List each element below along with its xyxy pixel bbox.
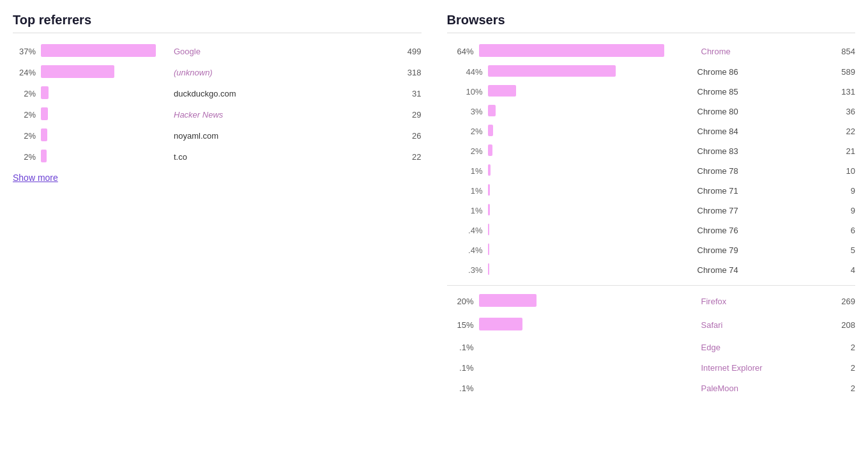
browser-row: .1%PaleMoon2 (447, 379, 856, 397)
browser-bar (479, 44, 664, 57)
browser-pct: .1% (447, 363, 474, 373)
referrer-pct: 2% (13, 131, 36, 141)
browser-sub-pct: 2% (460, 127, 483, 136)
referrer-label: duckduckgo.com (174, 89, 385, 98)
browser-sub-pct: .3% (460, 265, 483, 275)
browser-sub-pct: 1% (460, 166, 483, 176)
referrers-list: 37%Google49924%(unknown)3182%duckduckgo.… (13, 41, 422, 167)
browser-sub-label: Chrome 74 (697, 265, 812, 275)
referrer-bar (41, 128, 47, 141)
browser-bar-wrap (479, 294, 696, 309)
browser-sub-bar (488, 164, 491, 176)
browser-label: Safari (701, 320, 812, 330)
browser-sub-bar-wrap (488, 244, 692, 257)
browser-sub-pct: .4% (460, 226, 483, 235)
referrer-pct: 2% (13, 110, 36, 120)
browser-row: 15%Safari208 (447, 314, 856, 336)
referrer-pct: 2% (13, 89, 36, 98)
browser-sub-bar-wrap (488, 263, 692, 277)
browser-pct: 64% (447, 47, 474, 56)
browser-sub-count: 6 (817, 226, 855, 235)
browsers-list: 64%Chrome85444%Chrome 8658910%Chrome 851… (447, 41, 856, 397)
browser-sub-pct: 2% (460, 146, 483, 156)
browser-sub-label: Chrome 85 (697, 87, 812, 97)
browser-sub-count: 22 (817, 127, 855, 136)
browser-sub-count: 5 (817, 245, 855, 255)
browser-bar (479, 318, 522, 330)
referrer-label: Google (174, 47, 385, 56)
referrer-bar-wrap (41, 128, 169, 143)
referrer-bar-wrap (41, 44, 169, 59)
browser-sub-pct: 10% (460, 87, 483, 97)
browser-sub-count: 131 (817, 87, 855, 97)
browser-sub-bar-wrap (488, 204, 692, 217)
browser-sub-count: 4 (817, 265, 855, 275)
browser-sub-bar (488, 105, 496, 116)
browser-sub-pct: .4% (460, 245, 483, 255)
browser-sub-label: Chrome 79 (697, 245, 812, 255)
referrer-count: 31 (390, 89, 422, 98)
browsers-section: Browsers 64%Chrome85444%Chrome 8658910%C… (447, 13, 856, 400)
referrer-label: (unknown) (174, 68, 385, 77)
referrer-bar-wrap (41, 150, 169, 164)
referrer-label: Hacker News (174, 110, 385, 120)
browser-sub-row: 2%Chrome 8321 (447, 141, 856, 161)
browser-group: 64%Chrome85444%Chrome 8658910%Chrome 851… (447, 41, 856, 286)
referrer-pct: 24% (13, 68, 36, 77)
browser-sub-label: Chrome 78 (697, 166, 812, 176)
browser-sub-bar-wrap (488, 85, 692, 98)
browser-count: 854 (817, 47, 855, 56)
browser-sub-bar-wrap (488, 125, 692, 138)
referrer-row: 2%t.co22 (13, 146, 422, 167)
browser-sub-bar (488, 184, 490, 196)
browser-sub-bar (488, 244, 489, 255)
browser-sub-bar-wrap (488, 144, 692, 158)
browser-sub-row: 1%Chrome 779 (447, 201, 856, 221)
referrer-count: 22 (390, 152, 422, 162)
browser-pct: .1% (447, 343, 474, 352)
browser-sub-bar (488, 85, 516, 97)
section-divider (447, 285, 856, 286)
browser-sub-bar-wrap (488, 105, 692, 118)
browser-count: 208 (817, 320, 855, 330)
browser-sub-row: 1%Chrome 719 (447, 181, 856, 201)
referrer-row: 2%Hacker News29 (13, 104, 422, 125)
browser-sub-pct: 44% (460, 67, 483, 77)
browser-pct: 20% (447, 297, 474, 306)
browser-sub-bar-wrap (488, 224, 692, 237)
browser-row: .1%Internet Explorer2 (447, 359, 856, 376)
browser-sub-count: 589 (817, 67, 855, 77)
browser-group: .1%PaleMoon2 (447, 379, 856, 397)
referrer-bar (41, 107, 48, 120)
browser-group: 15%Safari208 (447, 314, 856, 336)
browser-sub-label: Chrome 86 (697, 67, 812, 77)
browser-count: 2 (817, 343, 855, 352)
browsers-title: Browsers (447, 13, 856, 33)
referrer-row: 37%Google499 (13, 41, 422, 62)
browser-label: Firefox (701, 297, 812, 306)
browser-group: 20%Firefox269 (447, 291, 856, 312)
browser-group: .1%Internet Explorer2 (447, 359, 856, 376)
browser-pct: 15% (447, 320, 474, 330)
browser-sub-row: 10%Chrome 85131 (447, 82, 856, 102)
browser-sub-bar (488, 204, 490, 215)
browser-sub-bar (488, 144, 492, 156)
top-referrers-section: Top referrers 37%Google49924%(unknown)31… (13, 13, 422, 400)
browser-row: 20%Firefox269 (447, 291, 856, 312)
referrer-label: t.co (174, 152, 385, 162)
browser-sub-bar (488, 125, 493, 136)
referrer-bar (41, 44, 156, 57)
top-referrers-title: Top referrers (13, 13, 422, 33)
referrer-bar-wrap (41, 107, 169, 122)
browser-row: 64%Chrome854 (447, 41, 856, 62)
browser-sub-count: 21 (817, 146, 855, 156)
browser-sub-bar-wrap (488, 65, 692, 79)
show-more-link[interactable]: Show more (13, 173, 58, 183)
referrer-bar (41, 86, 49, 99)
browser-sub-row: .3%Chrome 744 (447, 260, 856, 280)
browser-sub-pct: 3% (460, 107, 483, 116)
browser-bar (479, 294, 537, 307)
browser-row: .1%Edge2 (447, 338, 856, 356)
browser-sub-count: 10 (817, 166, 855, 176)
browser-sub-count: 36 (817, 107, 855, 116)
